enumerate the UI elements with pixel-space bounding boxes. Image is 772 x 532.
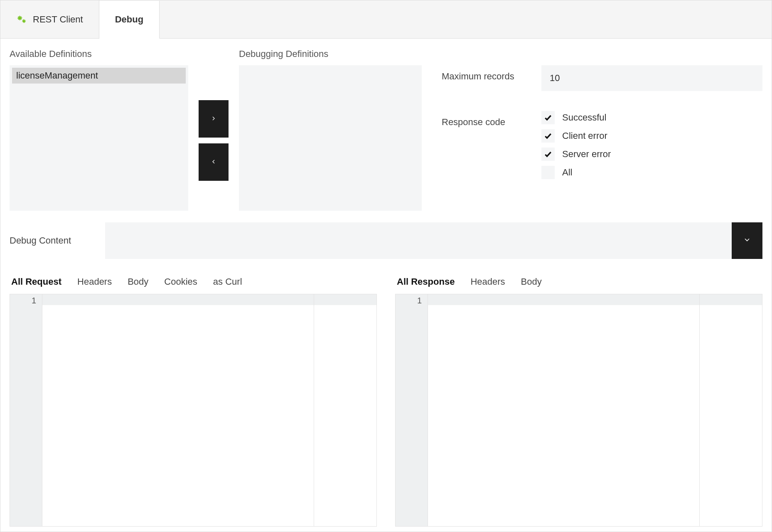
checkbox-row-server-error: Server error bbox=[541, 148, 611, 161]
request-editor-body[interactable] bbox=[42, 294, 376, 526]
checkbox-all[interactable] bbox=[541, 166, 555, 179]
available-definitions-label: Available Definitions bbox=[10, 49, 188, 59]
tab-rest-client-label: REST Client bbox=[33, 14, 83, 25]
checkbox-label: Client error bbox=[562, 131, 607, 141]
editor-split-line bbox=[699, 294, 700, 526]
chevron-down-icon bbox=[743, 236, 751, 246]
tab-request-as-curl[interactable]: as Curl bbox=[213, 276, 242, 287]
definitions-row: Available Definitions licenseManagement bbox=[10, 49, 762, 211]
debugging-definitions-list[interactable] bbox=[239, 65, 422, 211]
checkbox-client-error[interactable] bbox=[541, 129, 555, 143]
tab-response-headers[interactable]: Headers bbox=[470, 276, 505, 287]
settings-column: Maximum records Response code Successful bbox=[428, 49, 762, 211]
editor-header-row bbox=[42, 294, 376, 305]
debug-content-dropdown[interactable] bbox=[105, 222, 762, 259]
check-icon bbox=[544, 132, 552, 140]
available-definitions-column: Available Definitions licenseManagement bbox=[10, 49, 188, 211]
transfer-buttons-column bbox=[195, 49, 232, 211]
panels-row: All Request Headers Body Cookies as Curl… bbox=[10, 274, 762, 527]
tab-debug[interactable]: Debug bbox=[99, 1, 160, 39]
response-tabs: All Response Headers Body bbox=[395, 274, 762, 294]
response-panel: All Response Headers Body 1 bbox=[395, 274, 762, 527]
debug-content-dropdown-button[interactable] bbox=[732, 222, 762, 259]
list-item[interactable]: licenseManagement bbox=[12, 68, 186, 84]
maximum-records-input[interactable] bbox=[541, 65, 762, 91]
checkbox-label: Successful bbox=[562, 112, 606, 123]
check-icon bbox=[544, 150, 552, 158]
editor-split-line bbox=[314, 294, 314, 526]
maximum-records-row: Maximum records bbox=[442, 65, 762, 91]
move-right-button[interactable] bbox=[199, 100, 229, 138]
tab-request-headers[interactable]: Headers bbox=[77, 276, 112, 287]
tab-debug-label: Debug bbox=[115, 14, 143, 25]
debugging-definitions-column: Debugging Definitions bbox=[239, 49, 422, 211]
response-code-label: Response code bbox=[442, 111, 541, 128]
response-code-row: Response code Successful Cli bbox=[442, 111, 762, 179]
checkbox-row-successful: Successful bbox=[541, 111, 611, 124]
tab-rest-client[interactable]: REST Client bbox=[0, 0, 99, 38]
response-code-group: Successful Client error Se bbox=[541, 111, 611, 179]
content-area: Available Definitions licenseManagement bbox=[0, 39, 772, 532]
chevron-left-icon bbox=[210, 158, 217, 167]
tab-all-request[interactable]: All Request bbox=[11, 276, 61, 287]
maximum-records-label: Maximum records bbox=[442, 65, 541, 82]
tab-request-body[interactable]: Body bbox=[128, 276, 148, 287]
checkbox-row-all: All bbox=[541, 166, 611, 179]
response-gutter: 1 bbox=[396, 294, 428, 526]
checkbox-server-error[interactable] bbox=[541, 148, 555, 161]
request-editor[interactable]: 1 bbox=[10, 294, 377, 527]
response-editor-body[interactable] bbox=[428, 294, 762, 526]
available-definitions-list[interactable]: licenseManagement bbox=[10, 65, 188, 211]
gears-icon bbox=[16, 14, 27, 25]
response-editor[interactable]: 1 bbox=[395, 294, 762, 527]
editor-header-row bbox=[428, 294, 762, 305]
request-gutter: 1 bbox=[10, 294, 42, 526]
debug-content-label: Debug Content bbox=[10, 235, 105, 246]
tab-request-cookies[interactable]: Cookies bbox=[164, 276, 197, 287]
tab-all-response[interactable]: All Response bbox=[397, 276, 455, 287]
app-root: REST Client Debug Available Definitions … bbox=[0, 0, 772, 532]
checkbox-label: All bbox=[562, 167, 572, 178]
checkbox-label: Server error bbox=[562, 149, 611, 160]
check-icon bbox=[544, 113, 552, 122]
checkbox-row-client-error: Client error bbox=[541, 129, 611, 143]
debug-content-field[interactable] bbox=[105, 222, 732, 259]
request-tabs: All Request Headers Body Cookies as Curl bbox=[10, 274, 377, 294]
checkbox-successful[interactable] bbox=[541, 111, 555, 124]
debugging-definitions-label: Debugging Definitions bbox=[239, 49, 422, 59]
chevron-right-icon bbox=[210, 114, 217, 124]
request-panel: All Request Headers Body Cookies as Curl… bbox=[10, 274, 377, 527]
gutter-line: 1 bbox=[401, 296, 422, 305]
top-tab-bar: REST Client Debug bbox=[0, 0, 772, 39]
tab-response-body[interactable]: Body bbox=[521, 276, 542, 287]
gutter-line: 1 bbox=[16, 296, 36, 305]
debug-content-row: Debug Content bbox=[10, 222, 762, 259]
move-left-button[interactable] bbox=[199, 143, 229, 181]
